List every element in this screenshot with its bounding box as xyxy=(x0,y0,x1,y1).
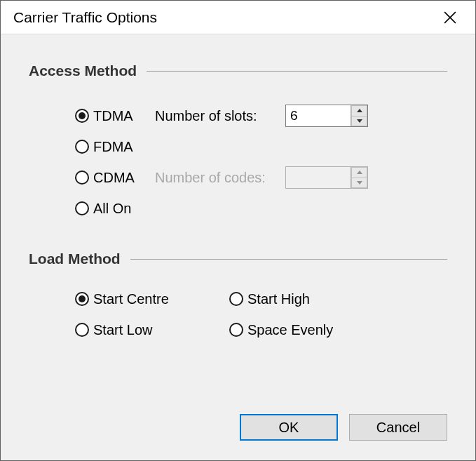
chevron-down-icon xyxy=(357,181,362,185)
group-header-access: Access Method xyxy=(29,62,447,79)
ok-button[interactable]: OK xyxy=(240,414,338,441)
group-load-method: Load Method Start Centre Start High Star… xyxy=(29,250,447,340)
radio-label-tdma: TDMA xyxy=(93,108,133,124)
radio-label-start-high: Start High xyxy=(247,291,310,307)
group-access-method: Access Method TDMA Number of slots: xyxy=(29,62,447,224)
codes-label: Number of codes: xyxy=(155,170,285,186)
access-row-cdma: CDMA Number of codes: xyxy=(75,162,447,193)
access-row-fdma: FDMA xyxy=(75,131,447,162)
access-row-all-on: All On xyxy=(75,193,447,224)
group-divider xyxy=(147,71,447,72)
radio-circle-icon xyxy=(229,323,243,337)
radio-circle-icon xyxy=(75,201,89,215)
cancel-button[interactable]: Cancel xyxy=(349,414,447,441)
radio-circle-icon xyxy=(75,323,89,337)
svg-marker-3 xyxy=(357,181,362,185)
codes-spinner xyxy=(285,166,368,189)
slots-up-button[interactable] xyxy=(351,105,367,116)
radio-label-all-on: All On xyxy=(93,201,131,217)
group-label-access: Access Method xyxy=(29,62,137,79)
titlebar: Carrier Traffic Options xyxy=(1,1,475,34)
group-divider xyxy=(130,259,447,260)
codes-input xyxy=(286,167,351,188)
group-header-load: Load Method xyxy=(29,250,447,267)
load-grid: Start Centre Start High Start Low Space … xyxy=(29,288,447,340)
radio-start-high[interactable]: Start High xyxy=(229,288,383,309)
access-grid: TDMA Number of slots: FDMA xyxy=(29,100,447,224)
chevron-up-icon xyxy=(357,171,362,174)
dialog-footer: OK Cancel xyxy=(240,414,447,441)
slots-down-button[interactable] xyxy=(351,116,367,127)
codes-spin-buttons xyxy=(351,167,367,188)
chevron-down-icon xyxy=(357,119,362,123)
radio-label-fdma: FDMA xyxy=(93,139,133,155)
chevron-up-icon xyxy=(357,109,362,112)
svg-marker-0 xyxy=(357,109,362,112)
radio-fdma[interactable]: FDMA xyxy=(75,139,155,155)
radio-circle-icon xyxy=(75,292,89,306)
radio-label-start-low: Start Low xyxy=(93,322,152,338)
svg-marker-1 xyxy=(357,119,362,123)
svg-marker-2 xyxy=(357,171,362,174)
radio-circle-icon xyxy=(75,109,89,123)
dialog-body: Access Method TDMA Number of slots: xyxy=(1,34,475,460)
radio-circle-icon xyxy=(229,292,243,306)
codes-up-button xyxy=(351,167,367,178)
radio-start-low[interactable]: Start Low xyxy=(75,319,229,340)
slots-input[interactable] xyxy=(286,105,351,126)
window-title: Carrier Traffic Options xyxy=(13,9,436,26)
dialog-window: Carrier Traffic Options Access Method TD… xyxy=(0,0,476,461)
slots-spinner xyxy=(285,105,368,127)
slots-spin-buttons xyxy=(351,105,367,126)
radio-space-evenly[interactable]: Space Evenly xyxy=(229,319,383,340)
close-button[interactable] xyxy=(436,4,464,32)
radio-all-on[interactable]: All On xyxy=(75,201,155,217)
radio-label-cdma: CDMA xyxy=(93,170,135,186)
codes-down-button xyxy=(351,178,367,189)
radio-label-start-centre: Start Centre xyxy=(93,291,169,307)
close-icon xyxy=(444,11,456,24)
radio-cdma[interactable]: CDMA xyxy=(75,170,155,186)
radio-circle-icon xyxy=(75,140,89,154)
slots-label: Number of slots: xyxy=(155,108,285,124)
group-label-load: Load Method xyxy=(29,250,121,267)
radio-start-centre[interactable]: Start Centre xyxy=(75,288,229,309)
radio-tdma[interactable]: TDMA xyxy=(75,108,155,124)
radio-circle-icon xyxy=(75,171,89,185)
radio-label-space-evenly: Space Evenly xyxy=(247,322,333,338)
access-row-tdma: TDMA Number of slots: xyxy=(75,100,447,131)
